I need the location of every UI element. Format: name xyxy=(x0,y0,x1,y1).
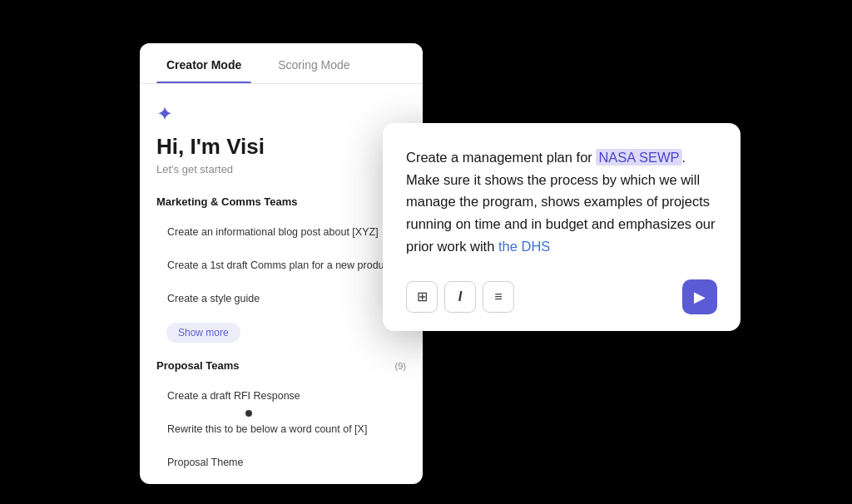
text-format-icon: I xyxy=(458,289,462,304)
toolbar-icons: ⊞ I ≡ xyxy=(406,281,514,313)
prompt-text-before-nasa: Create a management plan for xyxy=(406,150,596,165)
greeting-text: Hi, I'm Visi xyxy=(156,134,406,160)
proposal-section-header: Proposal Teams (9) xyxy=(156,359,406,372)
list-item[interactable]: Create a 1st draft Comms plan for a new … xyxy=(156,250,406,281)
list-item[interactable]: Rewrite this to be below a word count of… xyxy=(156,413,406,445)
marketing-section-header: Marketing & Comms Teams xyxy=(156,195,406,208)
marketing-show-more-button[interactable]: Show more xyxy=(166,323,240,343)
dhs-highlight: the DHS xyxy=(498,239,550,254)
send-icon: ▶ xyxy=(694,288,706,306)
proposal-prompt-list: Create a draft RFI Response Rewrite this… xyxy=(156,380,406,478)
list-item[interactable]: Create an informational blog post about … xyxy=(156,216,406,248)
proposal-section-title: Proposal Teams xyxy=(156,359,239,372)
list-item[interactable]: Proposal Theme xyxy=(156,447,406,478)
prompt-card: Create a management plan for NASA SEWP. … xyxy=(383,123,741,331)
prompt-text-content: Create a management plan for NASA SEWP. … xyxy=(406,146,717,258)
panel-body: ✦ Hi, I'm Visi Let's get started Marketi… xyxy=(140,84,423,478)
list-item[interactable]: Create a draft RFI Response xyxy=(156,380,406,412)
text-format-icon-button[interactable]: I xyxy=(444,281,476,313)
marketing-prompt-list: Create an informational blog post about … xyxy=(156,216,406,314)
nasa-sewp-highlight: NASA SEWP xyxy=(596,149,681,166)
tab-scoring[interactable]: Scoring Mode xyxy=(268,43,359,83)
send-button[interactable]: ▶ xyxy=(682,279,717,314)
proposal-section-badge: (9) xyxy=(395,361,406,371)
creator-panel: Creator Mode Scoring Mode ✦ Hi, I'm Visi… xyxy=(140,43,423,484)
tab-creator[interactable]: Creator Mode xyxy=(156,43,251,83)
sparkle-icon: ✦ xyxy=(156,102,173,126)
cursor-indicator xyxy=(245,410,252,417)
tabs-row: Creator Mode Scoring Mode xyxy=(140,43,423,84)
card-toolbar: ⊞ I ≡ ▶ xyxy=(406,279,717,314)
subtitle-text: Let's get started xyxy=(156,163,406,175)
list-icon-button[interactable]: ≡ xyxy=(483,281,514,313)
list-icon: ≡ xyxy=(494,289,502,304)
add-template-icon-button[interactable]: ⊞ xyxy=(406,281,438,313)
scene: Creator Mode Scoring Mode ✦ Hi, I'm Visi… xyxy=(0,0,852,504)
list-item[interactable]: Create a style guide xyxy=(156,283,406,314)
add-template-icon: ⊞ xyxy=(417,289,428,304)
marketing-section-title: Marketing & Comms Teams xyxy=(156,195,298,208)
